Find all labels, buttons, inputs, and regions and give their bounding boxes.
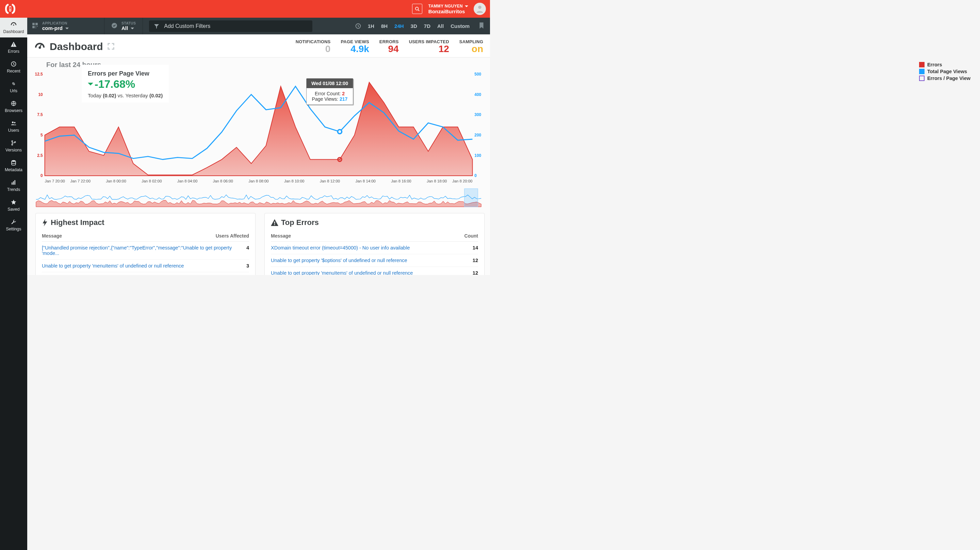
error-link[interactable]: ["Unhandled promise rejection",{"name":"… (42, 245, 239, 256)
time-range-7d[interactable]: 7D (424, 23, 430, 29)
grid-icon (32, 22, 38, 30)
error-link[interactable]: Unable to get property 'menuItems' of un… (42, 263, 239, 269)
sidebar-item-errors[interactable]: Errors (0, 37, 27, 57)
status-label: STATUS (121, 21, 136, 25)
svg-line-4 (418, 10, 419, 11)
svg-text:Jan 8 08:00: Jan 8 08:00 (248, 179, 269, 183)
svg-point-43 (337, 158, 342, 162)
time-range-8h[interactable]: 8H (381, 23, 388, 29)
svg-rect-20 (32, 23, 35, 25)
svg-point-2 (10, 10, 11, 11)
time-range-1h[interactable]: 1H (368, 23, 374, 29)
sidebar-item-urls[interactable]: Urls (0, 77, 27, 97)
row-count: 4 (239, 245, 249, 256)
app-value: com-prd (42, 25, 63, 31)
ov-sub: Today (0.02) vs. Yesterday (0.02) (88, 92, 163, 98)
svg-text:12.5: 12.5 (35, 72, 43, 77)
branch-icon (10, 140, 17, 146)
time-range-24h[interactable]: 24H (395, 23, 404, 29)
sidebar-item-label: Trends (7, 187, 20, 192)
svg-point-14 (11, 144, 13, 145)
sidebar-item-users[interactable]: Users (0, 116, 27, 136)
range-selector[interactable] (33, 188, 485, 207)
sidebar-item-saved[interactable]: Saved (0, 195, 27, 215)
svg-point-5 (478, 6, 481, 9)
bars-icon (10, 179, 17, 186)
metric-users[interactable]: USERS IMPACTED12 (409, 39, 449, 54)
svg-rect-23 (35, 26, 36, 27)
svg-rect-1 (10, 7, 11, 10)
svg-text:Jan 8 12:00: Jan 8 12:00 (320, 179, 340, 183)
svg-text:500: 500 (474, 72, 481, 77)
metric-pageviews[interactable]: PAGE VIEWS4.9k (340, 39, 369, 54)
highest-impact-card: Highest Impact MessageUsers Affected ["U… (35, 213, 256, 275)
time-range-3d[interactable]: 3D (411, 23, 417, 29)
svg-text:Jan 8 06:00: Jan 8 06:00 (213, 179, 233, 183)
gauge-icon (34, 41, 46, 53)
clock-icon (355, 23, 361, 29)
svg-text:Jan 8 14:00: Jan 8 14:00 (356, 179, 375, 183)
svg-point-6 (13, 24, 14, 26)
top-errors-card: Top Errors MessageCount XDomain timeout … (264, 213, 485, 275)
svg-text:Jan 8 16:00: Jan 8 16:00 (391, 179, 411, 183)
sidebar-item-metadata[interactable]: Metadata (0, 156, 27, 175)
search-button[interactable] (412, 4, 422, 14)
time-range-custom[interactable]: Custom (450, 23, 469, 29)
sidebar-item-label: Urls (10, 88, 18, 93)
chevron-down-icon (465, 5, 468, 9)
svg-text:400: 400 (474, 92, 481, 97)
metric-errors[interactable]: ERRORS94 (379, 39, 399, 54)
status-filter[interactable]: STATUS All (104, 18, 143, 34)
error-link[interactable]: Unable to get property 'menuItems' of un… (271, 270, 468, 275)
svg-rect-29 (40, 44, 41, 47)
chart-tooltip: Wed 01/08 12:00 Error Count: 2 Page View… (306, 78, 353, 105)
svg-text:200: 200 (474, 133, 481, 137)
svg-point-11 (12, 121, 14, 123)
sidebar-item-recent[interactable]: Recent (0, 57, 27, 77)
time-range-all[interactable]: All (437, 23, 444, 29)
user-menu[interactable]: TAMMY NGUYEN BonzaiBurritos (428, 4, 468, 14)
svg-rect-17 (11, 182, 13, 185)
svg-rect-59 (274, 222, 275, 223)
star-icon (10, 199, 17, 206)
svg-point-3 (415, 7, 418, 10)
svg-point-12 (14, 122, 15, 123)
chevron-down-icon (130, 27, 134, 31)
sidebar-item-dashboard[interactable]: Dashboard (0, 18, 27, 37)
sidebar-item-label: Recent (7, 69, 21, 73)
sidebar-item-label: Errors (8, 49, 19, 54)
col-users: Users Affected (216, 233, 249, 239)
svg-point-8 (13, 45, 14, 46)
sidebar-item-browsers[interactable]: Browsers (0, 97, 27, 116)
error-link[interactable]: Unable to get property '$options' of und… (271, 258, 468, 263)
error-link[interactable]: XDomain timeout error (timeout=45000) - … (271, 245, 468, 250)
svg-text:Jan 8 20:00: Jan 8 20:00 (452, 179, 472, 183)
expand-icon[interactable] (107, 41, 115, 53)
table-row: Unable to get property '$options' of und… (271, 254, 478, 267)
sidebar-item-versions[interactable]: Versions (0, 136, 27, 156)
sidebar-item-trends[interactable]: Trends (0, 175, 27, 195)
org-name: BonzaiBurritos (428, 8, 468, 14)
bookmark-icon[interactable] (479, 22, 485, 30)
avatar[interactable] (474, 3, 486, 15)
row-count: 3 (239, 263, 249, 269)
application-filter[interactable]: APPLICATION com-prd (27, 18, 73, 34)
app-logo[interactable] (3, 2, 18, 16)
custom-filter-input[interactable]: Add Custom Filters (149, 21, 312, 32)
svg-text:Jan 8 04:00: Jan 8 04:00 (177, 179, 197, 183)
svg-rect-19 (14, 180, 16, 185)
filter-icon (154, 24, 159, 29)
metric-notifications[interactable]: NOTIFICATIONS0 (296, 39, 331, 54)
sidebar-item-settings[interactable]: Settings (0, 215, 27, 235)
filter-placeholder: Add Custom Filters (164, 23, 210, 29)
chevron-down-icon (65, 27, 69, 31)
col-message: Message (271, 233, 465, 239)
ov-delta: -17.68% (88, 78, 163, 91)
metric-sampling[interactable]: SAMPLINGon (460, 39, 483, 54)
db-icon (10, 159, 17, 166)
svg-text:2.5: 2.5 (37, 153, 43, 158)
warn-icon (10, 41, 17, 48)
caret-down-icon (88, 83, 93, 88)
gauge-icon (10, 21, 17, 28)
sidebar: DashboardErrorsRecentUrlsBrowsersUsersVe… (0, 18, 27, 275)
